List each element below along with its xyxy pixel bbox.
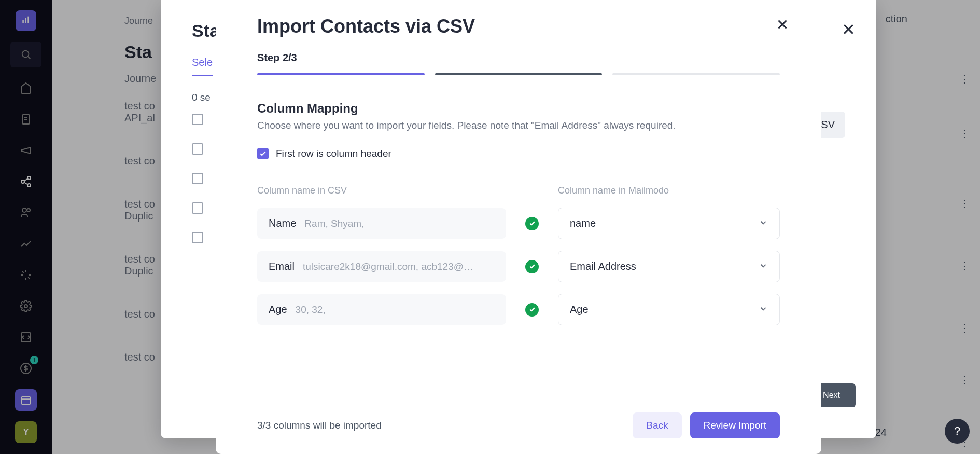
progress-step-3 <box>612 73 780 75</box>
check-icon <box>525 303 539 317</box>
import-summary: 3/3 columns will be imported <box>257 420 382 431</box>
section-description: Choose where you want to import your fie… <box>257 120 780 131</box>
check-icon <box>525 260 539 273</box>
chevron-down-icon <box>759 261 768 272</box>
csv-column-name: Age <box>269 304 287 315</box>
csv-column-sample: tulsicare2k18@gmail.com, acb123@g... <box>303 261 474 272</box>
csv-column-sample: 30, 32, <box>296 304 326 315</box>
csv-column-box: Email tulsicare2k18@gmail.com, acb123@g.… <box>257 251 506 282</box>
progress-step-1 <box>257 73 425 75</box>
import-csv-modal: Import Contacts via CSV Step 2/3 Column … <box>216 0 821 454</box>
mapping-row: Email tulsicare2k18@gmail.com, acb123@g.… <box>257 251 780 282</box>
csv-column-name: Name <box>269 217 296 229</box>
csv-column-header: Column name in CSV <box>257 185 506 196</box>
close-icon[interactable]: ✕ <box>842 20 856 39</box>
progress-step-2 <box>435 73 603 75</box>
step-indicator: Step 2/3 <box>257 52 780 64</box>
checkbox-checked-icon <box>257 148 269 159</box>
csv-column-name: Email <box>269 260 295 272</box>
mailmodo-field-select[interactable]: name <box>558 208 780 239</box>
mapping-row: Name Ram, Shyam, name <box>257 208 780 239</box>
csv-column-box: Age 30, 32, <box>257 294 506 325</box>
csv-column-sample: Ram, Shyam, <box>304 218 364 229</box>
select-label: Email Address <box>570 260 636 272</box>
select-label: name <box>570 217 596 229</box>
mailmodo-field-select[interactable]: Email Address <box>558 251 780 282</box>
back-button[interactable]: Back <box>633 412 681 438</box>
close-icon[interactable] <box>775 17 790 34</box>
section-title: Column Mapping <box>257 101 780 116</box>
checkbox-label: First row is column header <box>276 148 391 159</box>
first-row-header-checkbox[interactable]: First row is column header <box>257 148 780 159</box>
check-icon <box>525 217 539 230</box>
select-label: Age <box>570 304 589 315</box>
review-import-button[interactable]: Review Import <box>690 412 780 438</box>
mailmodo-field-select[interactable]: Age <box>558 294 780 325</box>
chevron-down-icon <box>759 218 768 229</box>
help-button[interactable]: ? <box>945 419 970 444</box>
progress-indicator <box>257 73 780 75</box>
modal-title: Import Contacts via CSV <box>257 16 780 37</box>
mailmodo-column-header: Column name in Mailmodo <box>558 185 780 196</box>
mapping-row: Age 30, 32, Age <box>257 294 780 325</box>
csv-column-box: Name Ram, Shyam, <box>257 208 506 239</box>
chevron-down-icon <box>759 304 768 315</box>
